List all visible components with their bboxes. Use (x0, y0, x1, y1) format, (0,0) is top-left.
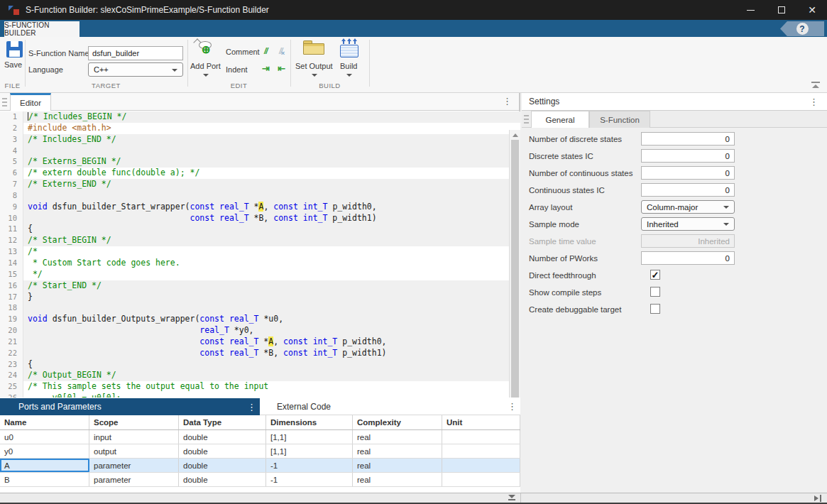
indent-right-icon[interactable]: ⇥ (262, 63, 270, 74)
code-line-20[interactable]: 20 real_T *y0, (0, 325, 520, 336)
code-line-10[interactable]: 10 const real_T *B, const int_T p_width1… (0, 213, 520, 224)
column-header[interactable]: Unit (442, 415, 520, 429)
language-dropdown[interactable]: C++ (88, 62, 183, 77)
ports-parameters-menu-icon[interactable]: ⋮ (247, 402, 256, 412)
collapse-bottom-panel-icon[interactable] (507, 495, 517, 502)
table-cell[interactable]: -1 (266, 473, 353, 486)
field-dropdown[interactable]: Column-major (641, 200, 735, 214)
settings-grip-icon[interactable] (524, 115, 529, 124)
close-button[interactable]: ✕ (797, 0, 827, 20)
table-cell[interactable]: double (179, 444, 266, 458)
table-cell[interactable] (442, 430, 520, 444)
code-line-4[interactable]: 4 (0, 146, 520, 157)
table-cell[interactable]: [1,1] (266, 430, 353, 444)
code-line-5[interactable]: 5/* Externs_BEGIN */ (0, 156, 520, 168)
code-line-11[interactable]: 11{ (0, 224, 520, 235)
table-row-y0[interactable]: y0outputdouble[1,1]real (0, 444, 520, 459)
field-checkbox[interactable] (650, 287, 660, 297)
field-input[interactable]: 0 (641, 183, 735, 197)
code-line-18[interactable]: 18 (0, 302, 520, 314)
code-line-14[interactable]: 14 * Custom Start code goes here. (0, 258, 520, 269)
field-checkbox[interactable]: ✓ (650, 270, 660, 280)
table-cell[interactable]: real (353, 459, 442, 472)
field-input[interactable]: 0 (641, 251, 735, 265)
column-header[interactable]: Complexity (353, 415, 442, 429)
tab-general[interactable]: General (531, 111, 589, 128)
field-input[interactable]: 0 (641, 149, 735, 163)
code-line-23[interactable]: 23{ (0, 359, 520, 371)
table-cell[interactable]: double (179, 459, 266, 472)
table-cell[interactable]: [1,1] (266, 444, 353, 458)
table-cell[interactable]: parameter (89, 459, 179, 472)
settings-menu-icon[interactable]: ⋮ (809, 97, 818, 106)
tab-external-code[interactable]: External Code ⋮ (260, 398, 520, 415)
code-line-26[interactable]: 26 y0[0] = u0[0]; (0, 393, 520, 398)
table-cell[interactable]: real (353, 444, 442, 458)
code-editor[interactable]: 1/* Includes_BEGIN */2#include <math.h>3… (0, 111, 520, 398)
column-header[interactable]: Data Type (179, 415, 266, 429)
table-row-B[interactable]: Bparameterdouble-1real (0, 473, 520, 487)
code-line-12[interactable]: 12/* Start_BEGIN */ (0, 235, 520, 246)
table-cell[interactable]: y0 (0, 444, 89, 458)
scroll-up-icon[interactable] (513, 133, 518, 137)
code-line-19[interactable]: 19void dsfun_builder_Outputs_wrapper(con… (0, 314, 520, 325)
table-cell[interactable] (442, 444, 520, 458)
table-cell[interactable]: real (353, 430, 442, 444)
collapse-ribbon-icon[interactable] (810, 82, 821, 90)
tab-ports-and-parameters[interactable]: Ports and Parameters ⋮ (0, 398, 260, 415)
indent-left-icon[interactable]: ⇤ (278, 63, 285, 74)
add-port-button[interactable]: ⊕ Add Port (189, 38, 223, 80)
minimize-button[interactable] (735, 0, 767, 20)
field-dropdown[interactable]: Inherited (641, 217, 735, 231)
table-cell[interactable]: -1 (266, 459, 353, 472)
tab-sfunction-builder[interactable]: S-FUNCTION BUILDER (4, 21, 80, 37)
tab-sfunction[interactable]: S-Function (589, 111, 650, 128)
code-line-6[interactable]: 6/* extern double func(double a); */ (0, 168, 520, 179)
save-button[interactable]: Save (0, 37, 25, 80)
code-line-24[interactable]: 24/* Output_BEGIN */ (0, 370, 520, 381)
table-cell[interactable]: A (0, 459, 89, 472)
help-button[interactable]: ? (780, 21, 824, 36)
editor-scrollbar[interactable] (509, 130, 520, 398)
code-line-8[interactable]: 8 (0, 190, 520, 202)
code-line-16[interactable]: 16/* Start_END */ (0, 280, 520, 292)
build-button[interactable]: Build (337, 38, 361, 80)
column-header[interactable]: Scope (89, 415, 179, 429)
code-line-13[interactable]: 13/* (0, 246, 520, 258)
comment-icon[interactable]: // (264, 46, 268, 56)
field-input[interactable]: 0 (641, 166, 735, 180)
code-line-21[interactable]: 21 const real_T *A, const int_T p_width0… (0, 336, 520, 348)
code-line-9[interactable]: 9void dsfun_builder_Start_wrapper(const … (0, 202, 520, 213)
tab-editor[interactable]: Editor (10, 93, 51, 111)
column-header[interactable]: Dimensions (266, 415, 353, 429)
table-cell[interactable]: double (179, 430, 266, 444)
table-row-A[interactable]: Aparameterdouble-1real (0, 459, 520, 473)
column-header[interactable]: Name (0, 415, 89, 429)
table-row-u0[interactable]: u0inputdouble[1,1]real (0, 430, 520, 444)
expand-right-panel-icon[interactable] (814, 495, 823, 502)
table-cell[interactable]: parameter (89, 473, 179, 486)
table-cell[interactable]: output (89, 444, 179, 458)
code-line-7[interactable]: 7/* Externs_END */ (0, 179, 520, 190)
scrollbar-thumb[interactable] (511, 140, 519, 398)
table-cell[interactable]: B (0, 473, 89, 486)
table-cell[interactable]: double (179, 473, 266, 486)
code-line-17[interactable]: 17} (0, 292, 520, 303)
code-line-1[interactable]: 1/* Includes_BEGIN */ (0, 111, 520, 123)
editor-menu-icon[interactable]: ⋮ (503, 97, 512, 106)
panel-grip-icon[interactable] (2, 98, 7, 106)
table-cell[interactable]: u0 (0, 430, 89, 444)
code-line-22[interactable]: 22 const real_T *B, const int_T p_width1… (0, 348, 520, 359)
uncomment-icon[interactable]: //× (279, 46, 285, 56)
code-line-25[interactable]: 25/* This sample sets the output equal t… (0, 381, 520, 393)
sfunction-name-input[interactable] (88, 46, 183, 60)
table-cell[interactable]: real (353, 473, 442, 486)
table-cell[interactable]: input (89, 430, 179, 444)
code-line-2[interactable]: 2#include <math.h> (0, 123, 520, 134)
code-line-15[interactable]: 15 */ (0, 269, 520, 280)
table-cell[interactable] (442, 473, 520, 486)
maximize-button[interactable] (765, 0, 797, 20)
table-cell[interactable] (442, 459, 520, 472)
field-checkbox[interactable] (650, 304, 660, 314)
code-line-3[interactable]: 3/* Includes_END */ (0, 134, 520, 146)
